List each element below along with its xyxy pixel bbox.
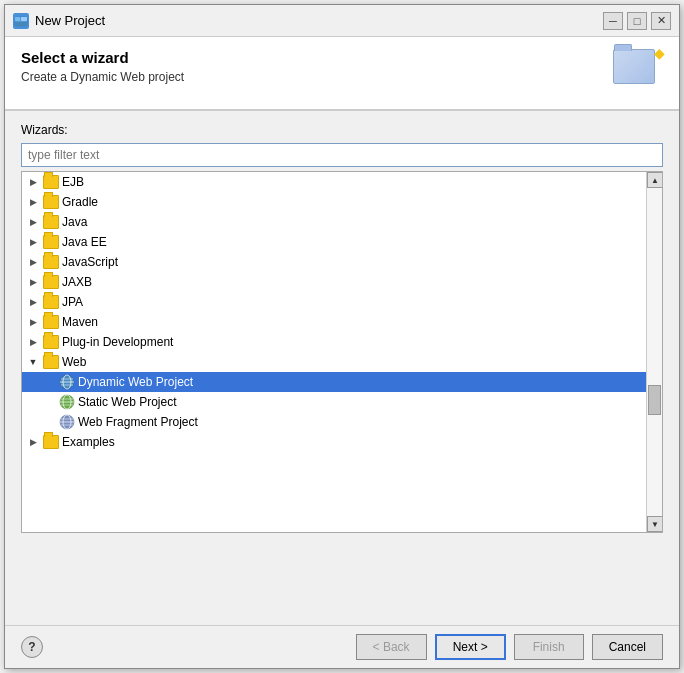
item-label: Java EE: [62, 235, 642, 249]
item-label: Plug-in Development: [62, 335, 642, 349]
tree-item-jaxb[interactable]: ▶ JAXB: [22, 272, 646, 292]
header-title: Select a wizard: [21, 49, 184, 66]
expand-icon: ▶: [26, 295, 40, 309]
expand-icon: ▶: [26, 275, 40, 289]
folder-icon: [43, 335, 59, 349]
wizard-header: Select a wizard Create a Dynamic Web pro…: [5, 37, 679, 110]
tree-item-dynamic-web[interactable]: Dynamic Web Project: [22, 372, 646, 392]
svg-rect-2: [21, 17, 27, 21]
tree-item-java[interactable]: ▶ Java: [22, 212, 646, 232]
scroll-down-button[interactable]: ▼: [647, 516, 663, 532]
star-icon: ◆: [654, 45, 665, 61]
item-label: Static Web Project: [78, 395, 642, 409]
scroll-up-button[interactable]: ▲: [647, 172, 663, 188]
filter-input[interactable]: [21, 143, 663, 167]
folder-graphic: [613, 49, 655, 84]
header-text: Select a wizard Create a Dynamic Web pro…: [21, 49, 184, 84]
tree-item-gradle[interactable]: ▶ Gradle: [22, 192, 646, 212]
cancel-button[interactable]: Cancel: [592, 634, 663, 660]
title-controls: ─ □ ✕: [603, 12, 671, 30]
tree-list[interactable]: ▶ EJB ▶ Gradle ▶ Java ▶: [22, 172, 646, 532]
svg-rect-3: [15, 22, 27, 26]
description-area: [5, 545, 679, 625]
tree-item-javaee[interactable]: ▶ Java EE: [22, 232, 646, 252]
expand-icon: ▶: [26, 435, 40, 449]
item-label: JAXB: [62, 275, 642, 289]
folder-icon: [43, 175, 59, 189]
back-button[interactable]: < Back: [356, 634, 427, 660]
item-label: JavaScript: [62, 255, 642, 269]
wizard-content: Wizards: ▶ EJB ▶ Gradle ▶: [5, 111, 679, 545]
folder-icon: [43, 275, 59, 289]
expand-icon: ▶: [26, 175, 40, 189]
tree-item-javascript[interactable]: ▶ JavaScript: [22, 252, 646, 272]
item-label: Java: [62, 215, 642, 229]
dynamic-web-project-icon: [59, 374, 75, 390]
finish-button[interactable]: Finish: [514, 634, 584, 660]
tree-item-web-fragment[interactable]: Web Fragment Project: [22, 412, 646, 432]
main-window: New Project ─ □ ✕ Select a wizard Create…: [4, 4, 680, 669]
expand-icon: [42, 375, 56, 389]
scrollbar-track[interactable]: [647, 188, 662, 516]
header-subtitle: Create a Dynamic Web project: [21, 70, 184, 84]
static-web-project-icon: [59, 394, 75, 410]
tree-item-jpa[interactable]: ▶ JPA: [22, 292, 646, 312]
folder-icon: [43, 255, 59, 269]
expand-icon: ▶: [26, 255, 40, 269]
folder-icon: [43, 355, 59, 369]
window-title: New Project: [35, 13, 105, 28]
folder-icon: [43, 315, 59, 329]
item-label: Examples: [62, 435, 642, 449]
item-label: Gradle: [62, 195, 642, 209]
wizards-label: Wizards:: [21, 123, 663, 137]
tree-item-examples[interactable]: ▶ Examples: [22, 432, 646, 452]
tree-item-web[interactable]: ▼ Web: [22, 352, 646, 372]
item-label: Maven: [62, 315, 642, 329]
item-label: EJB: [62, 175, 642, 189]
tree-item-maven[interactable]: ▶ Maven: [22, 312, 646, 332]
title-bar: New Project ─ □ ✕: [5, 5, 679, 37]
next-button[interactable]: Next >: [435, 634, 506, 660]
help-icon: ?: [28, 640, 35, 654]
close-button[interactable]: ✕: [651, 12, 671, 30]
window-icon: [13, 13, 29, 29]
folder-icon: [43, 435, 59, 449]
expand-icon: ▶: [26, 215, 40, 229]
svg-rect-1: [15, 17, 20, 21]
maximize-button[interactable]: □: [627, 12, 647, 30]
expand-icon: [42, 395, 56, 409]
header-icon: ◆: [613, 49, 663, 97]
item-label: JPA: [62, 295, 642, 309]
help-button[interactable]: ?: [21, 636, 43, 658]
item-label: Web: [62, 355, 642, 369]
expand-icon: ▶: [26, 235, 40, 249]
button-bar: ? < Back Next > Finish Cancel: [5, 625, 679, 668]
expand-icon: ▶: [26, 195, 40, 209]
title-bar-left: New Project: [13, 13, 105, 29]
tree-item-static-web[interactable]: Static Web Project: [22, 392, 646, 412]
item-label: Dynamic Web Project: [78, 375, 642, 389]
expand-icon: ▶: [26, 335, 40, 349]
scrollbar-thumb[interactable]: [648, 385, 661, 415]
folder-icon: [43, 195, 59, 209]
folder-icon: [43, 235, 59, 249]
web-fragment-project-icon: [59, 414, 75, 430]
tree-item-plugin[interactable]: ▶ Plug-in Development: [22, 332, 646, 352]
folder-icon: [43, 215, 59, 229]
folder-icon: [43, 295, 59, 309]
expand-icon: [42, 415, 56, 429]
tree-scrollbar[interactable]: ▲ ▼: [646, 172, 662, 532]
tree-container: ▶ EJB ▶ Gradle ▶ Java ▶: [21, 171, 663, 533]
expand-icon: ▶: [26, 315, 40, 329]
tree-item-ejb[interactable]: ▶ EJB: [22, 172, 646, 192]
item-label: Web Fragment Project: [78, 415, 642, 429]
minimize-button[interactable]: ─: [603, 12, 623, 30]
expand-icon: ▼: [26, 355, 40, 369]
